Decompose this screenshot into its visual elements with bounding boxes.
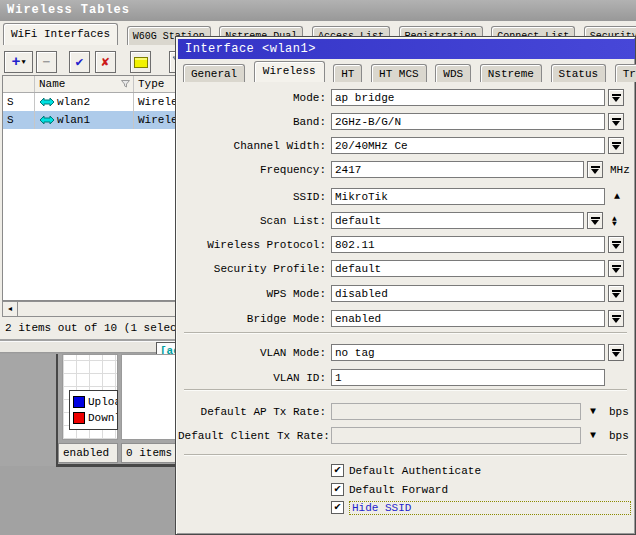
scroll-left-button[interactable]: ◄ <box>3 302 18 316</box>
remove-button[interactable]: − <box>36 51 57 73</box>
wlan-interface-icon <box>39 115 55 125</box>
scan-list-input[interactable] <box>331 212 584 229</box>
remove-icon: − <box>43 55 51 70</box>
tab-wds[interactable]: WDS <box>435 64 471 82</box>
disable-button[interactable]: ✘ <box>95 51 116 73</box>
band-input[interactable] <box>331 113 605 130</box>
interface-name: wlan2 <box>57 96 90 108</box>
channel-width-input[interactable] <box>331 137 605 154</box>
dropdown-icon <box>612 349 621 357</box>
wireless-protocol-dropdown-button[interactable] <box>608 236 624 253</box>
field-row-ssid: SSID: ▲ <box>176 188 633 205</box>
add-icon: + <box>11 55 20 70</box>
flags-column-header[interactable] <box>3 76 35 92</box>
background-window-border <box>56 464 177 467</box>
security-profile-dropdown-button[interactable] <box>608 260 624 277</box>
interface-name: wlan1 <box>57 114 90 126</box>
mode-input[interactable] <box>331 89 605 106</box>
window-title: Wireless Tables <box>0 0 636 21</box>
checkbox-checked-icon[interactable]: ✔ <box>331 483 344 496</box>
wireless-protocol-input[interactable] <box>331 236 605 253</box>
dialog-titlebar[interactable]: Interface <wlan1> <box>178 39 635 59</box>
enabled-status: enabled <box>58 443 118 463</box>
field-row-security-profile: Security Profile: <box>176 260 633 277</box>
bridge-mode-label: Bridge Mode: <box>178 313 326 325</box>
checkbox-row-default-forward[interactable]: ✔ Default Forward <box>331 482 448 497</box>
field-row-vlan-mode: VLAN Mode: <box>176 344 633 361</box>
tab-general[interactable]: General <box>183 64 245 82</box>
dropdown-icon <box>612 94 621 102</box>
default-ap-tx-rate-input <box>331 403 581 420</box>
mode-label: Mode: <box>178 92 326 104</box>
field-row-wireless-protocol: Wireless Protocol: <box>176 236 633 253</box>
tab-status[interactable]: Status <box>551 64 607 82</box>
dropdown-icon <box>612 290 621 298</box>
enable-icon: ✔ <box>76 54 84 70</box>
collapse-arrow-icon[interactable]: ▲ <box>614 192 620 202</box>
checkbox-checked-icon[interactable]: ✔ <box>331 464 344 477</box>
tab-traffic[interactable]: Traffic <box>615 64 636 82</box>
wlan-interface-icon <box>39 97 55 107</box>
tab-ht[interactable]: HT <box>333 64 362 82</box>
field-row-scan-list: Scan List: ▲▼ <box>176 212 633 229</box>
bridge-mode-input[interactable] <box>331 310 605 327</box>
checkbox-row-default-authenticate[interactable]: ✔ Default Authenticate <box>331 463 481 478</box>
name-column-header[interactable]: Name <box>35 76 134 92</box>
ssid-label: SSID: <box>178 191 326 203</box>
rate-unit: bps <box>609 430 629 442</box>
field-row-channel-width: Channel Width: <box>176 137 633 154</box>
default-client-tx-rate-label: Default Client Tx Rate: <box>178 430 326 442</box>
ssid-input[interactable] <box>331 188 605 205</box>
field-row-default-ap-tx-rate: Default AP Tx Rate: ▼ bps <box>176 403 633 420</box>
dropdown-arrow-icon[interactable]: ▼ <box>590 407 596 417</box>
frequency-dropdown-button[interactable] <box>587 161 603 178</box>
dropdown-icon <box>612 118 621 126</box>
tab-nstreme[interactable]: Nstreme <box>480 64 542 82</box>
wps-mode-dropdown-button[interactable] <box>608 285 624 302</box>
security-profile-label: Security Profile: <box>178 263 326 275</box>
dropdown-icon <box>612 315 621 323</box>
checkbox-checked-icon[interactable]: ✔ <box>331 501 344 514</box>
comment-button[interactable] <box>130 51 151 73</box>
chevron-down-icon: ▼ <box>21 58 25 66</box>
channel-width-dropdown-button[interactable] <box>608 137 624 154</box>
field-row-band: Band: <box>176 113 633 130</box>
enable-button[interactable]: ✔ <box>69 51 90 73</box>
dropdown-icon <box>612 142 621 150</box>
band-dropdown-button[interactable] <box>608 113 624 130</box>
add-button[interactable]: + ▼ <box>4 51 33 73</box>
separator <box>184 389 627 391</box>
separator <box>184 332 627 334</box>
bridge-mode-dropdown-button[interactable] <box>608 310 624 327</box>
security-profile-input[interactable] <box>331 260 605 277</box>
vlan-mode-input[interactable] <box>331 344 605 361</box>
tab-wifi-interfaces[interactable]: WiFi Interfaces <box>3 23 118 45</box>
field-row-default-client-tx-rate: Default Client Tx Rate: ▼ bps <box>176 427 633 444</box>
tab-ht-mcs[interactable]: HT MCS <box>371 64 427 82</box>
dropdown-icon <box>591 217 600 225</box>
frequency-unit: MHz <box>610 164 630 176</box>
items-count-status: 0 items <box>121 443 177 463</box>
column-filter-icon[interactable] <box>121 80 130 88</box>
dropdown-icon <box>591 166 600 174</box>
comment-icon <box>134 57 148 68</box>
scan-list-dropdown-button[interactable] <box>587 212 603 229</box>
frequency-input[interactable] <box>331 161 584 178</box>
wps-mode-input[interactable] <box>331 285 605 302</box>
field-row-vlan-id: VLAN ID: <box>176 369 633 386</box>
vlan-id-input[interactable] <box>331 369 605 386</box>
checkbox-row-hide-ssid[interactable]: ✔ Hide SSID <box>331 500 631 515</box>
checkbox-label: Default Authenticate <box>349 465 481 477</box>
default-client-tx-rate-input <box>331 427 581 444</box>
checkbox-label: Default Forward <box>349 484 448 496</box>
field-row-frequency: Frequency: MHz <box>176 161 633 178</box>
wps-mode-label: WPS Mode: <box>178 288 326 300</box>
dialog-tabbar: General Wireless HT HT MCS WDS Nstreme S… <box>178 61 635 85</box>
mode-dropdown-button[interactable] <box>608 89 624 106</box>
empty-list-panel <box>121 354 177 440</box>
tab-wireless[interactable]: Wireless <box>254 61 325 82</box>
updown-arrows-icon[interactable]: ▲▼ <box>612 216 617 226</box>
vlan-mode-dropdown-button[interactable] <box>608 344 624 361</box>
dropdown-arrow-icon[interactable]: ▼ <box>590 431 596 441</box>
dropdown-icon <box>612 265 621 273</box>
